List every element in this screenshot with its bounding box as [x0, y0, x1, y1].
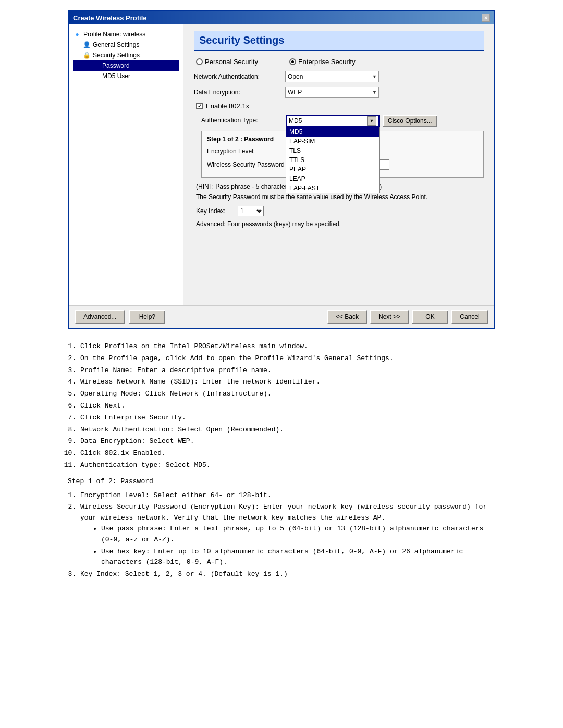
auth-type-input-box[interactable]: MD5 ▼: [286, 115, 380, 127]
personal-security-radio-indicator: [196, 58, 203, 65]
network-auth-select-wrapper: Open Shared WPA WPA-PSK WPA2 WPA2-PSK: [285, 71, 379, 82]
network-auth-label: Network Authentication:: [194, 73, 285, 80]
footer-right-buttons: << Back Next >> OK Cancel: [327, 310, 488, 324]
intro-step-6: Click Next.: [80, 401, 495, 412]
enterprise-security-radio-indicator: [289, 58, 296, 65]
auth-type-dropdown-arrow[interactable]: ▼: [367, 116, 376, 126]
security-icon: 🔒: [82, 51, 91, 59]
advanced-button[interactable]: Advanced...: [75, 310, 125, 324]
section-title: Security Settings: [194, 31, 484, 51]
password-steps-list: Encryption Level: Select either 64- or 1…: [80, 490, 495, 580]
dialog-title: Create Wireless Profile: [73, 14, 147, 22]
advanced-passwords-text: Advanced: Four passwords (keys) may be s…: [196, 220, 484, 228]
tree-label-profile-name: Profile Name: wireless: [83, 31, 145, 38]
sub-step-hexkey: Use hex key: Enter up to 10 alphanumeric…: [101, 547, 495, 569]
settings-icon: 👤: [82, 41, 91, 49]
ok-button[interactable]: OK: [412, 310, 448, 324]
intro-step-1: Click Profiles on the Intel PROSet/Wirel…: [80, 341, 495, 352]
key-index-label: Key Index:: [196, 207, 238, 215]
create-wireless-profile-dialog: Create Wireless Profile × ● Profile Name…: [68, 10, 495, 329]
footer-left-buttons: Advanced... Help?: [75, 310, 165, 324]
access-point-text: The Security Password must be the same v…: [196, 193, 484, 201]
right-panel: Security Settings Personal Security Ente…: [183, 24, 494, 305]
key-index-select-wrapper: 1 2 3 4: [238, 206, 264, 216]
md5-icon: [92, 72, 100, 80]
password-step-3: Key Index: Select 1, 2, 3 or 4. (Default…: [80, 569, 495, 580]
profile-icon: ●: [73, 30, 81, 39]
intro-steps-list: Click Profiles on the Intel PROSet/Wirel…: [80, 341, 495, 471]
close-button[interactable]: ×: [482, 14, 490, 22]
key-index-select[interactable]: 1 2 3 4: [238, 206, 264, 216]
intro-step-9: Data Encryption: Select WEP.: [80, 436, 495, 447]
intro-step-11: Authentication type: Select MD5.: [80, 460, 495, 471]
network-auth-select[interactable]: Open Shared WPA WPA-PSK WPA2 WPA2-PSK: [285, 71, 379, 82]
tree-label-security-settings: Security Settings: [93, 52, 140, 59]
intro-step-8: Network Authentication: Select Open (Rec…: [80, 425, 495, 436]
tree-label-md5-user: MD5 User: [102, 72, 130, 80]
help-button[interactable]: Help?: [129, 310, 165, 324]
auth-option-md5[interactable]: MD5: [286, 127, 379, 137]
auth-option-peap[interactable]: PEAP: [286, 165, 379, 174]
enterprise-security-label: Enterprise Security: [298, 58, 356, 66]
cisco-options-button[interactable]: Cisco Options...: [383, 115, 437, 127]
data-encryption-select[interactable]: None WEP TKIP AES: [285, 87, 379, 98]
personal-security-label: Personal Security: [205, 58, 258, 66]
password-sub-steps: Use pass phrase: Enter a text phrase, up…: [101, 524, 495, 568]
cancel-button[interactable]: Cancel: [451, 310, 488, 324]
data-encryption-row: Data Encryption: None WEP TKIP AES: [194, 87, 484, 98]
auth-type-label: Authentication Type:: [201, 115, 286, 124]
dialog-body: ● Profile Name: wireless 👤 General Setti…: [69, 24, 494, 305]
auth-option-eap-sim[interactable]: EAP-SIM: [286, 137, 379, 146]
key-index-row: Key Index: 1 2 3 4: [196, 206, 484, 216]
intro-step-5: Operating Mode: Click Network (Infrastru…: [80, 389, 495, 400]
auth-type-controls: MD5 ▼ MD5 EAP-SIM TLS TTLS PEAP LEAP EAP…: [286, 115, 437, 127]
password-step-2: Wireless Security Password (Encryption K…: [80, 502, 495, 568]
next-button[interactable]: Next >>: [370, 310, 409, 324]
tree-label-password: Password: [102, 62, 130, 69]
left-panel: ● Profile Name: wireless 👤 General Setti…: [69, 24, 183, 305]
password-step-1: Encryption Level: Select either 64- or 1…: [80, 490, 495, 501]
data-encryption-select-wrapper: None WEP TKIP AES: [285, 87, 379, 98]
auth-option-leap[interactable]: LEAP: [286, 174, 379, 183]
intro-step-10: Click 802.1x Enabled.: [80, 448, 495, 459]
intro-step-4: Wireless Network Name (SSID): Enter the …: [80, 377, 495, 388]
back-button[interactable]: << Back: [327, 310, 367, 324]
password-icon: [92, 61, 100, 70]
auth-option-tls[interactable]: TLS: [286, 146, 379, 155]
tree-item-md5-user[interactable]: MD5 User: [73, 71, 179, 81]
enable-8021x-checkbox[interactable]: [196, 103, 203, 109]
enable-8021x-row: Enable 802.1x: [196, 102, 484, 110]
auth-type-dropdown-list: MD5 EAP-SIM TLS TTLS PEAP LEAP EAP-FAST: [286, 127, 380, 193]
network-auth-row: Network Authentication: Open Shared WPA …: [194, 71, 484, 82]
security-type-row: Personal Security Enterprise Security: [196, 58, 484, 66]
data-encryption-label: Data Encryption:: [194, 89, 285, 96]
auth-option-ttls[interactable]: TTLS: [286, 155, 379, 165]
intro-step-7: Click Enterprise Security.: [80, 413, 495, 424]
tree-item-password[interactable]: Password: [73, 60, 179, 71]
auth-type-value: MD5: [289, 117, 302, 125]
tree-item-profile-name[interactable]: ● Profile Name: wireless: [73, 29, 179, 40]
personal-security-radio[interactable]: Personal Security: [196, 58, 258, 66]
step-heading: Step 1 of 2: Password: [68, 476, 495, 487]
instructions-section: Click Profiles on the Intel PROSet/Wirel…: [68, 341, 495, 580]
enterprise-security-radio[interactable]: Enterprise Security: [289, 58, 356, 66]
enable-8021x-label: Enable 802.1x: [206, 102, 249, 110]
wireless-password-label: Wireless Security Password: [207, 161, 296, 168]
dialog-footer: Advanced... Help? << Back Next >> OK Can…: [69, 305, 494, 328]
encryption-level-label: Encryption Level:: [207, 147, 296, 155]
tree-item-general-settings[interactable]: 👤 General Settings: [73, 40, 179, 50]
auth-type-row: Authentication Type: MD5 ▼ MD5 EAP-SIM T…: [201, 115, 484, 127]
tree-label-general-settings: General Settings: [93, 41, 139, 48]
intro-step-2: On the Profile page, click Add to open t…: [80, 353, 495, 364]
auth-option-eap-fast[interactable]: EAP-FAST: [286, 183, 379, 193]
auth-type-dropdown-wrapper: MD5 ▼ MD5 EAP-SIM TLS TTLS PEAP LEAP EAP…: [286, 115, 380, 127]
sub-step-passphrase: Use pass phrase: Enter a text phrase, up…: [101, 524, 495, 546]
dialog-titlebar: Create Wireless Profile ×: [69, 11, 494, 24]
tree-item-security-settings[interactable]: 🔒 Security Settings: [73, 50, 179, 60]
intro-step-3: Profile Name: Enter a descriptive profil…: [80, 365, 495, 376]
